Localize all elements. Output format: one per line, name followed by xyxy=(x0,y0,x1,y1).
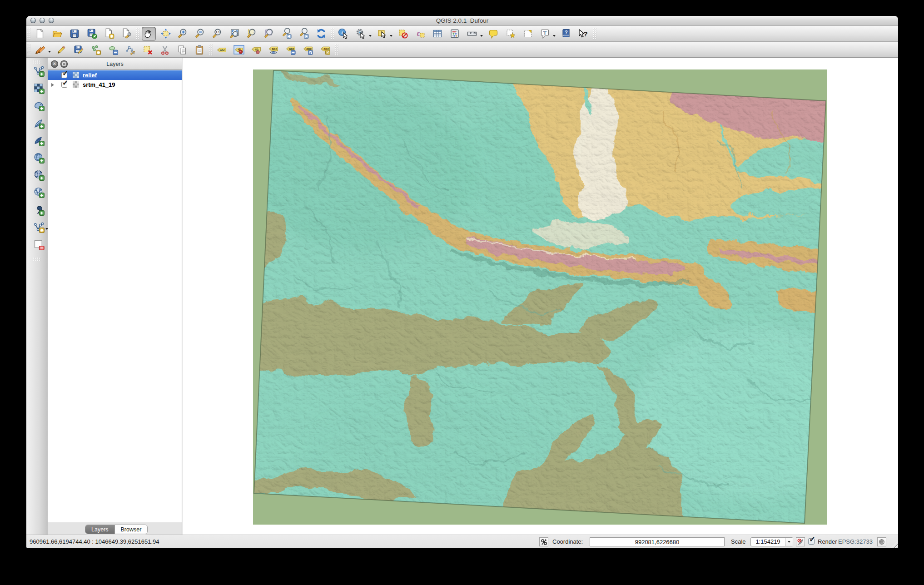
layer-row-srtm_41_19[interactable]: ✓srtm_41_19 xyxy=(48,80,182,89)
zoom-last-button[interactable] xyxy=(280,27,294,41)
current-edits-dropdown-icon[interactable] xyxy=(48,51,51,53)
panel-tab-layers[interactable]: Layers xyxy=(85,525,114,534)
pan-to-selection-button[interactable] xyxy=(159,27,173,41)
move-feature-button[interactable] xyxy=(106,43,120,57)
render-checkbox[interactable]: ✓ xyxy=(808,538,815,545)
field-calculator-button[interactable] xyxy=(448,27,462,41)
layer-visibility-checkbox[interactable]: ✓ xyxy=(61,82,67,88)
identify-button[interactable] xyxy=(337,27,351,41)
feature-action-button[interactable] xyxy=(354,27,368,41)
toolbar-grip[interactable] xyxy=(331,28,334,40)
label-pin-button[interactable] xyxy=(249,43,263,57)
scale-label: Scale xyxy=(731,535,746,548)
new-shapefile-button[interactable] xyxy=(32,220,46,234)
new-project-button[interactable] xyxy=(33,27,47,41)
panel-tab-browser[interactable]: Browser xyxy=(114,525,148,534)
layers-panel-header[interactable]: ✕ Layers xyxy=(48,58,182,70)
add-spatialite-layer-button[interactable] xyxy=(32,116,46,130)
text-annotation-button[interactable] xyxy=(538,27,552,41)
show-bookmarks-button[interactable] xyxy=(521,27,535,41)
select-expression-icon xyxy=(415,28,426,39)
toolbar-grip[interactable] xyxy=(27,28,31,40)
paste-features-button[interactable] xyxy=(192,43,206,57)
text-annotation-dropdown-icon[interactable] xyxy=(553,35,556,37)
zoom-to-layer-button[interactable] xyxy=(263,27,277,41)
zoom-native-button[interactable] xyxy=(211,27,225,41)
help-button[interactable] xyxy=(559,27,573,41)
select-features-dropdown-icon[interactable] xyxy=(390,35,392,37)
zoom-out-button[interactable] xyxy=(194,27,208,41)
remove-layer-button[interactable] xyxy=(32,238,46,252)
pan-map-button[interactable] xyxy=(142,27,156,41)
add-raster-layer-button[interactable] xyxy=(32,81,46,95)
map-canvas[interactable] xyxy=(183,58,898,535)
stop-rendering-button[interactable] xyxy=(796,537,805,546)
add-feature-button[interactable] xyxy=(89,43,103,57)
label-visibility-button[interactable] xyxy=(266,43,280,57)
toolbar-grip[interactable] xyxy=(209,44,213,56)
whats-this-icon xyxy=(578,28,589,39)
zoom-next-button[interactable] xyxy=(297,27,311,41)
scale-dropdown-icon[interactable] xyxy=(785,538,793,546)
zoom-full-button[interactable] xyxy=(228,27,242,41)
layer-expander-icon[interactable] xyxy=(51,83,54,87)
add-wfs-layer-button[interactable] xyxy=(32,185,46,199)
open-project-button[interactable] xyxy=(50,27,65,41)
label-move-button[interactable] xyxy=(283,43,298,57)
attribute-table-button[interactable] xyxy=(431,27,445,41)
add-postgis-layer-button[interactable] xyxy=(32,99,46,113)
show-bookmarks-icon xyxy=(522,28,533,39)
delete-selected-button[interactable] xyxy=(140,43,154,57)
toolbar-grip[interactable] xyxy=(335,44,338,56)
save-project-as-icon xyxy=(86,28,97,39)
toggle-editing-button[interactable] xyxy=(54,43,68,57)
toolbar-grip[interactable] xyxy=(593,28,596,40)
new-bookmark-button[interactable] xyxy=(503,27,517,41)
select-features-button[interactable] xyxy=(375,27,389,41)
labeling-button[interactable] xyxy=(214,43,229,57)
map-tips-button[interactable] xyxy=(486,27,500,41)
save-project-as-button[interactable] xyxy=(85,27,99,41)
label-properties-button[interactable] xyxy=(318,43,332,57)
toolbar-grip[interactable] xyxy=(27,44,31,56)
add-vector-layer-icon xyxy=(33,65,45,77)
deselect-all-button[interactable] xyxy=(396,27,410,41)
layer-row-relief[interactable]: ✓relief xyxy=(48,70,182,80)
toggle-extents-display-button[interactable] xyxy=(539,537,548,546)
add-wcs-layer-button[interactable] xyxy=(32,168,46,182)
layer-visibility-checkbox[interactable]: ✓ xyxy=(61,72,67,78)
add-vector-layer-button[interactable] xyxy=(32,64,46,78)
select-expression-button[interactable] xyxy=(413,27,427,41)
label-pin-active-button[interactable] xyxy=(232,43,246,57)
add-mssql-layer-button[interactable] xyxy=(32,134,46,148)
measure-dropdown-icon[interactable] xyxy=(480,35,483,37)
feature-action-dropdown-icon[interactable] xyxy=(369,35,372,37)
coordinate-input[interactable] xyxy=(590,537,725,546)
whats-this-button[interactable] xyxy=(576,27,591,41)
save-project-button[interactable] xyxy=(68,27,82,41)
node-tool-button[interactable] xyxy=(123,43,137,57)
cut-features-button[interactable] xyxy=(158,43,172,57)
crs-status-button[interactable] xyxy=(877,537,886,546)
add-wms-layer-button[interactable] xyxy=(32,151,46,165)
copy-features-button[interactable] xyxy=(175,43,189,57)
add-delimited-text-button[interactable] xyxy=(32,203,46,217)
measure-button[interactable] xyxy=(465,27,479,41)
titlebar[interactable]: QGIS 2.0.1–Dufour xyxy=(26,16,898,25)
toolbar-grip[interactable] xyxy=(33,258,41,262)
scale-combobox[interactable]: 1:154219 xyxy=(750,537,793,546)
help-icon xyxy=(561,28,571,39)
measure-icon xyxy=(467,28,477,39)
label-rotate-button[interactable] xyxy=(301,43,315,57)
zoom-in-button[interactable] xyxy=(176,27,190,41)
panel-tabs: LayersBrowser xyxy=(85,525,148,534)
current-edits-button[interactable] xyxy=(33,43,47,57)
zoom-to-selection-button[interactable] xyxy=(245,27,259,41)
composer-manager-button[interactable] xyxy=(119,27,134,41)
resize-grip[interactable] xyxy=(891,541,898,548)
add-spatialite-layer-icon xyxy=(33,117,45,129)
toolbar-grip[interactable] xyxy=(136,28,139,40)
refresh-button[interactable] xyxy=(314,27,328,41)
new-composer-button[interactable] xyxy=(102,27,116,41)
save-edits-button[interactable] xyxy=(71,43,85,57)
